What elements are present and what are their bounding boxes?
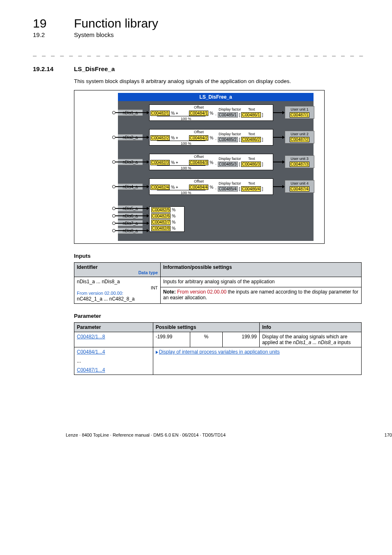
inputs-heading: Inputs [74, 253, 367, 259]
footer-left: Lenze · 8400 TopLine · Reference manual … [66, 432, 226, 437]
inputs-col2: Information/possible settings [161, 263, 362, 277]
subsection-title: LS_DisFree_a [74, 65, 115, 72]
triangle-icon [156, 351, 158, 354]
param-hi: 199.99 [222, 332, 259, 347]
identifier-1-type: INT [77, 285, 158, 290]
param-ellipsis: ... [74, 356, 153, 365]
identifier-1: nDis1_a ... nDis8_a [77, 279, 120, 284]
section-number: 19.2 [33, 31, 58, 38]
inputs-identifier-cell: nDis1_a ... nDis8_a INT From version 02.… [74, 277, 161, 304]
param-unit: % [190, 332, 222, 347]
parameter-heading: Parameter [74, 313, 367, 319]
param-info-ital: nDis1_a ... nDis8_a [293, 340, 336, 345]
intro-text: This system block displays 8 arbitrary a… [74, 78, 367, 84]
section-title: System blocks [74, 31, 114, 38]
subsection-number: 19.2.14 [33, 65, 58, 72]
calc-box-2: OffsetC00482/2 % +C00484/2 %Display fact… [149, 129, 273, 146]
param-lo: -199.99 [153, 332, 190, 347]
from-version-label: From version 02.00.00: [77, 291, 123, 296]
param-link-3[interactable]: C00487/1...4 [77, 367, 105, 373]
param-link-2[interactable]: C00484/1...4 [77, 349, 105, 355]
calc-box-1: OffsetC00482/1 % +C00484/1 %Display fact… [149, 104, 273, 121]
user-unit-2: User unit 2C00487/2 [285, 131, 314, 143]
calc-box-4: OffsetC00482/4 % +C00484/4 %Display fact… [149, 178, 273, 195]
note-label: Note: [163, 289, 176, 295]
user-unit-4: User unit 4C00487/4 [285, 180, 314, 193]
param-h3: Info [259, 323, 361, 332]
calc-box-3: OffsetC00482/3 % +C00484/3 %Display fact… [149, 154, 273, 170]
parameter-table: Parameter Possible settings Info C00482/… [74, 322, 362, 375]
block-diagram: LS_DisFree_a nDis1_aOffsetC00482/1 % +C0… [74, 90, 325, 244]
param-link-1[interactable]: C00482/1...8 [77, 334, 105, 340]
user-unit-1: User unit 1C00487/1 [285, 106, 314, 119]
chapter-number: 19 [33, 16, 58, 30]
inputs-info-2: Note: From version 02.00.00 the inputs a… [161, 287, 362, 303]
identifier-2: nC482_1_a ... nC482_8_a [77, 296, 135, 302]
chapter-title: Function library [74, 16, 158, 30]
internal-link[interactable]: Display of internal process variables in… [159, 349, 280, 355]
user-unit-3: User unit 3C00487/3 [285, 155, 314, 168]
param-info: Display of the analog signals which are … [259, 332, 361, 347]
stack-box: C00482/5 %C00482/6 %C00482/7 %C00482/8 % [149, 206, 184, 232]
param-internal-cell: Display of internal process variables in… [153, 347, 361, 375]
inputs-info-1: Inputs for arbitrary analog signals of t… [161, 277, 362, 287]
inputs-table: Identifier Data type Information/possibl… [74, 262, 362, 304]
param-h1: Parameter [74, 323, 153, 332]
divider: _ _ _ _ _ _ _ _ _ _ _ _ _ _ _ _ _ _ _ _ … [33, 49, 367, 56]
footer-page: 1703 [385, 432, 392, 437]
inputs-col1: Identifier [77, 264, 98, 270]
param-h2: Possible settings [153, 323, 259, 332]
inputs-col1-sub: Data type [77, 270, 158, 275]
param-info-2: inputs [336, 340, 350, 345]
note-version: From version 02.00.00 [176, 289, 228, 295]
diagram-title: LS_DisFree_a [118, 93, 314, 101]
